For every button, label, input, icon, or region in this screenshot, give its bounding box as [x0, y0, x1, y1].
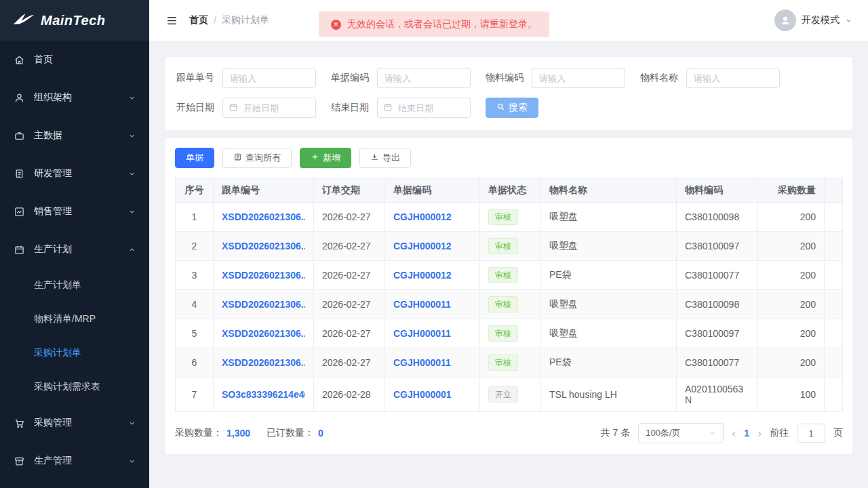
filter-label: 开始日期 — [176, 102, 214, 114]
document-button[interactable]: 单据 — [175, 148, 214, 168]
home-icon — [14, 54, 26, 66]
order-no-link[interactable]: XSDD2026021306.. — [222, 241, 305, 251]
table-row: 6 XSDD2026021306.. 2026-02-27 CGJH000011… — [176, 348, 843, 378]
order-no-link[interactable]: XSDD2026021306.. — [222, 270, 305, 281]
doc-no-link[interactable]: CGJH000011 — [393, 328, 471, 339]
sidebar-item-label: 生产计划 — [34, 243, 72, 256]
sidebar-subitem-purchase-plan-order[interactable]: 采购计划单 — [0, 336, 149, 370]
doc-code-input[interactable] — [377, 68, 471, 88]
sidebar-menu: 首页 组织架构 主数据 研发管理 销售管理 — [0, 41, 149, 488]
delivery-date-cell: 2026-02-27 — [314, 348, 385, 378]
doc-no-link[interactable]: CGJH000011 — [393, 357, 471, 368]
chart-icon — [14, 205, 26, 218]
page-content: 跟单单号 单据编码 物料编码 物料名称 — [149, 41, 868, 488]
material-code-cell: C380100077 — [677, 261, 758, 290]
delivery-date-cell: 2026-02-27 — [314, 290, 385, 319]
material-name-input[interactable] — [686, 68, 780, 88]
page-number-1[interactable]: 1 — [744, 428, 749, 439]
sidebar-item-label: 首页 — [34, 54, 53, 66]
filter-material-name: 物料名称 — [640, 68, 780, 88]
subitem-label: 生产计划单 — [34, 279, 81, 291]
row-index: 4 — [176, 290, 214, 319]
sidebar-item-sales-management[interactable]: 销售管理 — [0, 192, 149, 230]
filter-label: 跟单单号 — [176, 72, 214, 84]
cart-icon — [14, 417, 26, 429]
brand-logo[interactable]: MainTech — [0, 0, 149, 41]
sidebar-item-label: 销售管理 — [34, 205, 72, 218]
avatar[interactable] — [774, 9, 796, 31]
sidebar: MainTech 首页 组织架构 主数据 研发管理 — [0, 0, 149, 488]
order-no-link[interactable]: XSDD2026021306.. — [222, 299, 305, 310]
subitem-label: 采购计划需求表 — [34, 381, 100, 393]
sidebar-item-master-data[interactable]: 主数据 — [0, 117, 149, 155]
material-code-input[interactable] — [532, 68, 625, 88]
doc-no-link[interactable]: CGJH000012 — [393, 241, 471, 251]
header-user-area[interactable]: 开发模式 — [774, 9, 852, 31]
qty-cell: 200 — [758, 261, 825, 290]
filter-panel: 跟单单号 单据编码 物料编码 物料名称 — [165, 57, 852, 130]
sidebar-item-purchase-management[interactable]: 采购管理 — [0, 404, 149, 442]
doc-no-link[interactable]: CGJH000012 — [393, 211, 471, 222]
chevron-right-icon[interactable]: › — [757, 427, 762, 439]
filter-doc-code: 单据编码 — [331, 68, 471, 88]
sidebar-subitem-purchase-plan-demand[interactable]: 采购计划需求表 — [0, 370, 149, 404]
breadcrumb-separator: / — [214, 15, 216, 26]
chevron-down-icon[interactable] — [845, 17, 852, 24]
breadcrumb-home[interactable]: 首页 — [189, 14, 208, 26]
column-header-extra — [825, 178, 843, 203]
query-all-button[interactable]: 查询所有 — [222, 148, 292, 168]
page-size-select[interactable]: 100条/页 — [638, 423, 724, 443]
purchase-qty-value: 1,300 — [226, 428, 250, 439]
qty-cell: 200 — [758, 348, 825, 378]
status-badge: 审核 — [488, 296, 518, 312]
start-date-input[interactable] — [222, 98, 316, 118]
plus-icon — [311, 152, 319, 163]
row-index: 1 — [176, 203, 214, 232]
bird-logo-icon — [12, 12, 35, 29]
end-date-input[interactable] — [377, 98, 471, 118]
doc-no-link[interactable]: CGJH000012 — [393, 270, 471, 281]
filter-start-date: 开始日期 — [176, 98, 316, 118]
user-icon — [14, 92, 26, 104]
goto-page-input[interactable] — [797, 424, 825, 443]
sidebar-item-home[interactable]: 首页 — [0, 41, 149, 79]
order-no-link[interactable]: XSDD2026021306.. — [222, 357, 305, 368]
breadcrumb-current: 采购计划单 — [222, 14, 269, 26]
add-button[interactable]: 新增 — [300, 148, 351, 168]
column-header-material-name: 物料名称 — [541, 178, 677, 203]
doc-no-link[interactable]: CGJH000001 — [393, 389, 471, 400]
sidebar-subitem-production-plan-order[interactable]: 生产计划单 — [0, 268, 149, 302]
qty-cell: 200 — [758, 290, 825, 319]
hamburger-menu-icon[interactable] — [165, 14, 178, 27]
order-no-link[interactable]: XSDD2026021306.. — [222, 211, 305, 222]
qty-cell: 100 — [758, 378, 825, 412]
order-no-link[interactable]: XSDD2026021306.. — [222, 328, 305, 339]
sidebar-subitem-bom-mrp[interactable]: 物料清单/MRP — [0, 302, 149, 336]
search-button[interactable]: 搜索 — [486, 98, 538, 118]
qty-cell: 200 — [758, 232, 825, 261]
app-root: MainTech 首页 组织架构 主数据 研发管理 — [0, 0, 868, 488]
sidebar-item-production-plan[interactable]: 生产计划 — [0, 230, 149, 268]
extra-cell — [825, 348, 843, 378]
brand-name: MainTech — [41, 13, 106, 28]
chevron-left-icon[interactable]: ‹ — [732, 427, 736, 439]
chevron-down-icon — [128, 94, 136, 102]
material-code-cell: C380100098 — [677, 290, 758, 319]
material-name-cell: 吸塑盘 — [541, 232, 677, 261]
sidebar-item-rd-management[interactable]: 研发管理 — [0, 155, 149, 192]
error-toast-message: 无效的会话，或者会话已过期，请重新登录。 — [347, 18, 537, 30]
sidebar-item-organization[interactable]: 组织架构 — [0, 79, 149, 117]
sidebar-item-production-management[interactable]: 生产管理 — [0, 442, 149, 480]
export-button[interactable]: 导出 — [359, 148, 411, 168]
search-icon — [496, 102, 505, 113]
row-index: 6 — [176, 348, 214, 378]
table-row: 2 XSDD2026021306.. 2026-02-27 CGJH000012… — [176, 232, 843, 261]
delivery-date-cell: 2026-02-27 — [314, 203, 385, 232]
user-mode-label: 开发模式 — [802, 14, 840, 26]
material-name-cell: PE袋 — [541, 261, 677, 290]
order-no-input[interactable] — [222, 68, 316, 88]
doc-no-link[interactable]: CGJH000011 — [393, 299, 471, 310]
order-no-link[interactable]: SO3c833396214e40 — [222, 389, 305, 400]
sidebar-item-label: 采购管理 — [34, 417, 72, 429]
document-button-label: 单据 — [186, 152, 203, 164]
